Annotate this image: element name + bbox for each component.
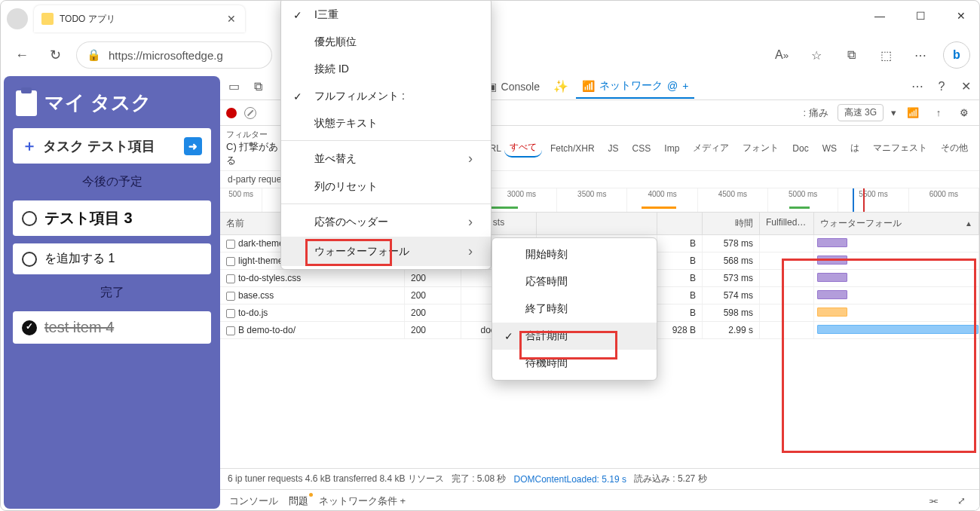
menu-total-duration[interactable]: 合計期間 [492, 323, 657, 350]
tab-network[interactable]: 📶ネットワーク @ + [576, 75, 694, 99]
minimize-button[interactable]: — [866, 5, 893, 26]
tab-close-icon[interactable]: ✕ [225, 13, 237, 25]
checkbox-checked-icon[interactable] [22, 320, 37, 335]
menu-response-time[interactable]: 応答時間 [492, 268, 657, 295]
menu-item[interactable]: 接続 ID [281, 56, 491, 83]
file-icon [226, 292, 235, 301]
bing-icon[interactable]: b [943, 41, 970, 69]
menu-waterfall[interactable]: ウォーターフォール [281, 237, 491, 266]
window-controls: — ☐ ✕ [866, 5, 975, 26]
close-button[interactable]: ✕ [948, 5, 975, 26]
menu-response-headers[interactable]: 応答のヘッダー [281, 207, 491, 237]
col-size[interactable] [657, 213, 703, 234]
task-item[interactable]: テスト項目 3 [13, 200, 211, 236]
app-title-text: マイ タスク [44, 90, 152, 116]
status-summary: 6 ip tuner requests 4.6 kB transferred 8… [228, 473, 444, 485]
sort-icon: ▲ [965, 219, 972, 228]
more-icon[interactable]: ⋯ [908, 43, 933, 67]
favorite-icon[interactable]: ☆ [804, 43, 828, 67]
col-fulfilled[interactable]: Fulfilled… [760, 213, 814, 234]
menu-latency[interactable]: 待機時間 [492, 350, 657, 377]
file-icon [226, 309, 235, 318]
clipboard-icon [16, 90, 37, 116]
checkbox-icon[interactable] [22, 252, 37, 267]
menu-end-time[interactable]: 終了時刻 [492, 295, 657, 323]
todo-app-pane: マイ タスク ＋ タスク テスト項目 ➜ 今後の予定 テスト項目 3 を追加する… [4, 76, 220, 509]
clear-icon[interactable] [244, 107, 256, 119]
drawer-network-conditions[interactable]: ネットワーク条件 + [319, 494, 406, 508]
drawer-dock-icon[interactable]: ⫘ [923, 492, 942, 510]
status-load: 読み込み : 5.27 秒 [634, 473, 707, 485]
waterfall-submenu[interactable]: 開始時刻 応答時間 終了時刻 合計期間 待機時間 [492, 237, 657, 381]
record-icon[interactable] [226, 108, 237, 118]
file-icon [226, 257, 235, 266]
device-icon[interactable]: ⧉ [249, 78, 267, 96]
add-task-text: タスク テスト項目 [43, 137, 155, 155]
filter-font[interactable]: フォント [737, 139, 784, 157]
collections-icon[interactable]: ⧉ [839, 43, 863, 67]
gear-icon[interactable]: ⚙ [955, 103, 973, 121]
upload-icon[interactable]: ↑ [929, 104, 948, 122]
browser-tab[interactable]: TODO アプリ ✕ [34, 5, 245, 32]
menu-sort[interactable]: 並べ替え [281, 144, 491, 173]
file-icon [226, 274, 235, 283]
filter-manifest[interactable]: マニフェスト [868, 139, 933, 157]
menu-item[interactable]: 状態テキスト [281, 110, 491, 137]
close-devtools-icon[interactable]: ✕ [957, 78, 975, 96]
filter-wasm[interactable]: は [845, 139, 865, 157]
task-label: を追加する 1 [44, 251, 115, 267]
drawer-console[interactable]: コンソール [229, 494, 278, 508]
section-upcoming: 今後の予定 [13, 171, 211, 193]
read-aloud-icon[interactable]: A» [770, 43, 794, 67]
wifi-icon: 📶 [582, 80, 595, 92]
more-tools-icon[interactable]: ⋯ [908, 78, 926, 96]
drawer-expand-icon[interactable]: ⤢ [952, 492, 970, 510]
file-icon [226, 240, 235, 249]
extensions-icon[interactable]: ⬚ [874, 43, 898, 67]
column-context-menu[interactable]: I三重 優先順位 接続 ID フルフィルメント : 状態テキスト 並べ替え 列の… [280, 0, 492, 270]
col-initiator[interactable] [537, 213, 657, 234]
drawer-issues[interactable]: 問題 [289, 494, 308, 508]
task-item-done[interactable]: test item 4 [13, 311, 211, 344]
wifi-settings-icon[interactable]: 📶 [904, 104, 922, 122]
filter-all[interactable]: すべて [504, 139, 542, 158]
add-task-input[interactable]: ＋ タスク テスト項目 ➜ [13, 128, 211, 164]
status-finish: 完了 : 5.08 秒 [452, 473, 507, 485]
app-title: マイ タスク [13, 85, 211, 121]
menu-item[interactable]: 優先順位 [281, 29, 491, 56]
filter-js[interactable]: JS [603, 141, 624, 156]
status-dcl: DOMContentLoaded: 5.19 s [514, 474, 626, 485]
file-icon [226, 326, 235, 335]
chevron-down-icon[interactable]: ▾ [891, 107, 896, 118]
maximize-button[interactable]: ☐ [907, 5, 934, 26]
reload-button[interactable]: ↻ [43, 43, 67, 67]
filter-doc[interactable]: Doc [787, 141, 813, 156]
profile-avatar[interactable] [7, 8, 28, 29]
col-waterfall[interactable]: ウォーターフォール▲ [814, 213, 979, 234]
menu-item[interactable]: I三重 [281, 2, 491, 29]
submit-icon[interactable]: ➜ [184, 137, 202, 155]
drawer-tabs: コンソール 問題 ネットワーク条件 + ⫘ ⤢ [220, 489, 979, 511]
throttle-select[interactable]: 高速 3G [838, 104, 884, 121]
filter-other[interactable]: その他 [936, 139, 973, 157]
address-bar[interactable]: 🔒 https://microsoftedge.g [76, 41, 272, 69]
lock-icon: 🔒 [87, 48, 101, 62]
menu-reset-columns[interactable]: 列のリセット [281, 173, 491, 200]
menu-start-time[interactable]: 開始時刻 [492, 241, 657, 268]
back-button[interactable]: ← [10, 43, 34, 67]
task-label: test item 4 [44, 319, 114, 336]
checkbox-icon[interactable] [22, 211, 37, 226]
filter-css[interactable]: CSS [627, 141, 657, 156]
url-text: https://microsoftedge.g [109, 49, 223, 62]
filter-fetch[interactable]: Fetch/XHR [545, 141, 600, 156]
inspect-icon[interactable]: ▭ [225, 78, 243, 96]
lighthouse-icon[interactable]: ✨ [552, 78, 570, 96]
menu-item[interactable]: フルフィルメント : [281, 83, 491, 110]
filter-media[interactable]: メディア [688, 139, 734, 157]
col-time[interactable]: 時間 [703, 213, 760, 234]
filter-ws[interactable]: WS [817, 141, 842, 156]
help-icon[interactable]: ? [933, 78, 951, 96]
add-task-secondary[interactable]: を追加する 1 [13, 243, 211, 274]
filter-img[interactable]: Imp [659, 141, 684, 156]
filter-text: C) 打撃がある [226, 140, 286, 167]
